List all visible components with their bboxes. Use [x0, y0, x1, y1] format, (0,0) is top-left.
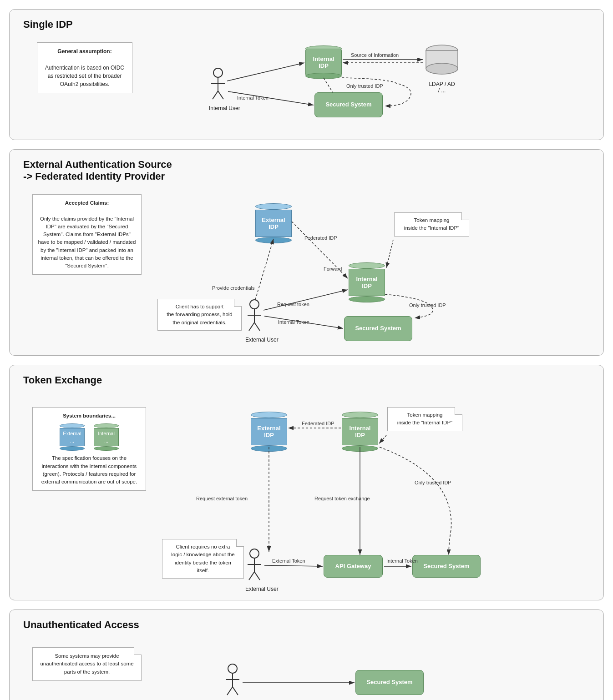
mini-internal-label: Internal...	[94, 428, 119, 446]
internal-user-label: Internal User	[209, 105, 240, 111]
section-unauthenticated: Unauthenticated Access Some systems may …	[9, 609, 604, 700]
secured-system-node-3: Secured System	[412, 555, 481, 578]
external-user-figure-2: External User	[245, 299, 279, 343]
secured-system-label-2: Secured System	[355, 325, 401, 332]
accepted-claims-title: Accepted Claims:	[65, 200, 109, 206]
external-idp-node: ExternalIDP	[255, 203, 292, 243]
svg-line-33	[379, 435, 386, 443]
only-trusted-idp-label-2: Only trusted IDP	[409, 302, 446, 308]
external-idp-node-3: ExternalIDP	[251, 412, 287, 452]
token-mapping-note-federated: Token mappinginside the "Internal IDP"	[394, 212, 469, 237]
internal-idp-node-3: InternalIDP	[342, 412, 378, 452]
svg-point-26	[250, 549, 259, 558]
client-note-text-token-exchange: Client requires no extralogic / knowledg…	[171, 544, 234, 573]
source-info-label: Source of Information	[351, 52, 399, 58]
section-single-idp: Single IDP General assumption: Authentic…	[9, 9, 604, 140]
svg-line-41	[227, 687, 233, 695]
api-gateway-node: API Gateway	[324, 555, 383, 578]
internal-idp-node-2: InternalIDP	[349, 262, 385, 302]
token-mapping-text-te: Token mappinginside the "Internal IDP"	[397, 412, 452, 425]
internal-user-icon	[209, 67, 227, 104]
section-content-federated: Accepted Claims: Only the claims provide…	[23, 190, 590, 344]
note-title: General assumption:	[57, 48, 111, 55]
svg-line-30	[254, 572, 260, 580]
main-container: Single IDP General assumption: Authentic…	[9, 9, 604, 700]
section-title-token-exchange: Token Exchange	[23, 374, 590, 386]
svg-line-6	[213, 91, 218, 99]
system-boundaries-note: System boundaries... External... Interna…	[32, 407, 146, 491]
internal-token-label-1: Internal Token	[237, 95, 269, 101]
section-content-token-exchange: System boundaries... External... Interna…	[23, 393, 590, 589]
external-user-label-2: External User	[245, 337, 279, 343]
client-note-federated: Client has to supportthe forwarding proc…	[157, 299, 242, 331]
accepted-claims-text: Only the claims provided by the "Interna…	[38, 216, 136, 269]
general-assumption-note: General assumption: Authentication is ba…	[37, 42, 132, 93]
secured-system-node-4: Secured System	[355, 670, 424, 695]
svg-point-38	[228, 664, 237, 673]
secured-system-node-2: Secured System	[344, 316, 412, 341]
client-note-text-federated: Client has to supportthe forwarding proc…	[167, 304, 232, 325]
system-boundaries-text: The specification focuses on the interac…	[38, 454, 140, 486]
internal-idp-label-2: InternalIDP	[349, 269, 385, 296]
external-user-figure-4: External User	[223, 663, 257, 700]
unauthenticated-note-text: Some systems may provideunauthenticated …	[40, 653, 133, 675]
federated-idp-label-3: Federated IDP	[302, 421, 334, 426]
svg-point-2	[426, 63, 458, 74]
external-user-icon-3	[245, 548, 263, 584]
svg-line-7	[218, 91, 223, 99]
external-idp-label: ExternalIDP	[255, 210, 292, 237]
ldap-node: LDAP / AD/ ...	[424, 42, 460, 94]
system-boundaries-title: System boundaries...	[38, 412, 140, 420]
svg-line-22	[386, 240, 393, 268]
accepted-claims-note: Accepted Claims: Only the claims provide…	[32, 194, 142, 275]
secured-system-label-3: Secured System	[423, 563, 469, 570]
svg-line-9	[228, 91, 314, 105]
mini-external-cylinder: External...	[60, 423, 85, 451]
external-user-icon-2	[245, 299, 263, 335]
section-title-unauthenticated: Unauthenticated Access	[23, 619, 590, 631]
svg-line-18	[254, 322, 260, 331]
section-token-exchange: Token Exchange System boundaries... Exte…	[9, 365, 604, 600]
mini-internal-cylinder: Internal...	[94, 423, 119, 451]
ldap-icon	[424, 42, 460, 79]
svg-point-14	[250, 300, 259, 309]
note-text: Authentication is based on OIDCas restri…	[45, 65, 124, 87]
section-content-single-idp: General assumption: Authentication is ba…	[23, 38, 590, 129]
section-federated-idp: External Authentication Source-> Federat…	[9, 149, 604, 356]
provide-cred-label: Provide credentials	[212, 285, 255, 291]
svg-point-3	[213, 68, 223, 77]
client-note-token-exchange: Client requires no extralogic / knowledg…	[162, 539, 244, 579]
external-user-figure-3: External User	[245, 548, 279, 592]
secured-system-label-4: Secured System	[366, 679, 412, 686]
federated-idp-label: Federated IDP	[304, 235, 337, 241]
request-token-label: Request token	[277, 302, 309, 307]
section-title-federated: External Authentication Source-> Federat…	[23, 159, 590, 182]
request-token-exchange-label: Request token exchange	[314, 496, 370, 501]
api-gateway-label: API Gateway	[335, 563, 371, 570]
forward-label: Forward	[324, 266, 342, 272]
token-mapping-text-federated: Token mappinginside the "Internal IDP"	[404, 217, 459, 231]
internal-idp-label: InternalIDP	[305, 49, 342, 76]
unauthenticated-note: Some systems may provideunauthenticated …	[32, 647, 142, 681]
external-user-label-3: External User	[245, 586, 279, 592]
external-user-icon-4	[223, 663, 242, 700]
secured-system-label-1: Secured System	[325, 101, 371, 109]
internal-token-label-2: Internal Token	[278, 319, 309, 325]
only-trusted-idp-label-3: Only trusted IDP	[415, 480, 451, 485]
request-external-token-label: Request external token	[196, 496, 248, 501]
svg-line-17	[249, 322, 254, 331]
internal-idp-node: InternalIDP	[305, 42, 342, 82]
only-trusted-idp-label-1: Only trusted IDP	[346, 83, 383, 89]
svg-line-23	[255, 239, 274, 300]
svg-line-29	[249, 572, 254, 580]
token-mapping-note-te: Token mappinginside the "Internal IDP"	[387, 407, 462, 431]
internal-user-figure: Internal User	[209, 67, 240, 111]
internal-idp-label-3: InternalIDP	[342, 418, 378, 445]
section-title-single-idp: Single IDP	[23, 19, 590, 30]
secured-system-node-1: Secured System	[314, 92, 383, 117]
mini-external-label: External...	[60, 428, 85, 446]
svg-line-21	[292, 222, 348, 278]
external-idp-label-3: ExternalIDP	[251, 418, 287, 445]
ldap-label: LDAP / AD/ ...	[424, 81, 460, 94]
section-content-unauthenticated: Some systems may provideunauthenticated …	[23, 638, 590, 700]
